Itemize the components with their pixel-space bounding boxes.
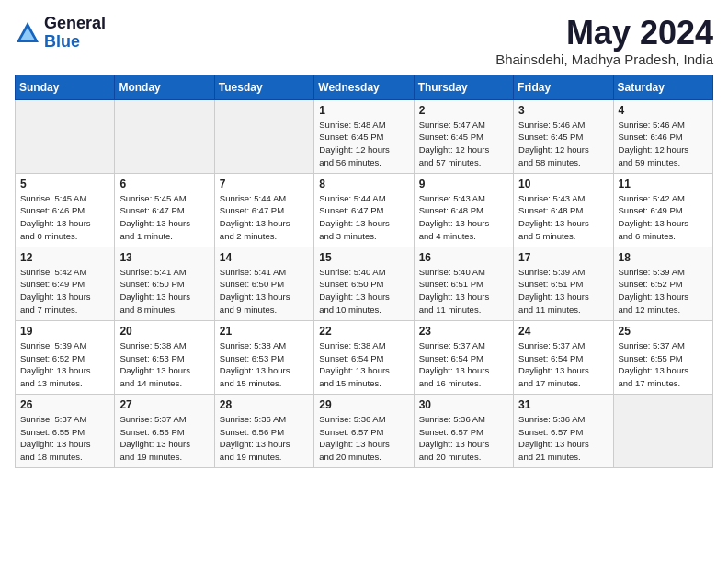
logo-icon <box>15 20 40 46</box>
calendar-cell: 6Sunrise: 5:45 AM Sunset: 6:47 PM Daylig… <box>115 173 214 247</box>
day-number: 18 <box>619 251 708 264</box>
cell-info: Sunrise: 5:36 AM Sunset: 6:56 PM Dayligh… <box>220 413 309 464</box>
cell-info: Sunrise: 5:48 AM Sunset: 6:45 PM Dayligh… <box>319 119 408 169</box>
calendar-cell: 20Sunrise: 5:38 AM Sunset: 6:53 PM Dayli… <box>115 320 214 394</box>
day-number: 16 <box>419 251 508 264</box>
cell-info: Sunrise: 5:46 AM Sunset: 6:46 PM Dayligh… <box>619 119 708 169</box>
calendar-cell: 25Sunrise: 5:37 AM Sunset: 6:55 PM Dayli… <box>613 320 712 394</box>
day-number: 19 <box>20 325 109 338</box>
calendar-cell: 31Sunrise: 5:36 AM Sunset: 6:57 PM Dayli… <box>514 394 613 467</box>
day-number: 14 <box>220 251 309 264</box>
logo-blue-text: Blue <box>44 33 106 52</box>
calendar-cell: 27Sunrise: 5:37 AM Sunset: 6:56 PM Dayli… <box>115 394 214 467</box>
day-number: 25 <box>619 325 708 338</box>
cell-info: Sunrise: 5:44 AM Sunset: 6:47 PM Dayligh… <box>220 192 309 243</box>
calendar-week-row: 5Sunrise: 5:45 AM Sunset: 6:46 PM Daylig… <box>16 173 713 247</box>
cell-info: Sunrise: 5:47 AM Sunset: 6:45 PM Dayligh… <box>419 119 508 169</box>
day-number: 6 <box>119 178 209 190</box>
day-number: 28 <box>220 398 309 411</box>
cell-info: Sunrise: 5:45 AM Sunset: 6:46 PM Dayligh… <box>20 192 109 243</box>
cell-info: Sunrise: 5:46 AM Sunset: 6:45 PM Dayligh… <box>518 119 608 169</box>
day-number: 3 <box>518 104 608 117</box>
cell-info: Sunrise: 5:42 AM Sunset: 6:49 PM Dayligh… <box>20 266 109 316</box>
calendar-cell: 28Sunrise: 5:36 AM Sunset: 6:56 PM Dayli… <box>214 394 313 467</box>
cell-info: Sunrise: 5:44 AM Sunset: 6:47 PM Dayligh… <box>319 192 408 243</box>
calendar-cell <box>16 99 115 173</box>
day-number: 10 <box>518 178 608 190</box>
day-number: 23 <box>419 325 508 338</box>
day-number: 1 <box>319 104 408 117</box>
cell-info: Sunrise: 5:39 AM Sunset: 6:51 PM Dayligh… <box>518 266 608 316</box>
cell-info: Sunrise: 5:36 AM Sunset: 6:57 PM Dayligh… <box>518 413 608 464</box>
calendar-cell: 14Sunrise: 5:41 AM Sunset: 6:50 PM Dayli… <box>214 247 313 320</box>
day-number: 24 <box>518 325 608 338</box>
cell-info: Sunrise: 5:37 AM Sunset: 6:55 PM Dayligh… <box>20 413 109 464</box>
weekday-header-saturday: Saturday <box>613 75 712 99</box>
calendar-cell <box>214 99 313 173</box>
cell-info: Sunrise: 5:42 AM Sunset: 6:49 PM Dayligh… <box>619 192 708 243</box>
calendar-cell: 23Sunrise: 5:37 AM Sunset: 6:54 PM Dayli… <box>414 320 513 394</box>
cell-info: Sunrise: 5:45 AM Sunset: 6:47 PM Dayligh… <box>119 192 209 243</box>
calendar-cell: 2Sunrise: 5:47 AM Sunset: 6:45 PM Daylig… <box>414 99 513 173</box>
day-number: 31 <box>518 398 608 411</box>
day-number: 21 <box>220 325 309 338</box>
weekday-header-monday: Monday <box>115 75 214 99</box>
cell-info: Sunrise: 5:43 AM Sunset: 6:48 PM Dayligh… <box>419 192 508 243</box>
cell-info: Sunrise: 5:36 AM Sunset: 6:57 PM Dayligh… <box>419 413 508 464</box>
cell-info: Sunrise: 5:36 AM Sunset: 6:57 PM Dayligh… <box>319 413 408 464</box>
calendar-cell: 19Sunrise: 5:39 AM Sunset: 6:52 PM Dayli… <box>16 320 115 394</box>
cell-info: Sunrise: 5:38 AM Sunset: 6:53 PM Dayligh… <box>220 339 309 390</box>
calendar-week-row: 12Sunrise: 5:42 AM Sunset: 6:49 PM Dayli… <box>16 247 713 320</box>
weekday-header-sunday: Sunday <box>16 75 115 99</box>
day-number: 8 <box>319 178 408 190</box>
weekday-header-wednesday: Wednesday <box>314 75 414 99</box>
calendar-header: SundayMondayTuesdayWednesdayThursdayFrid… <box>16 75 713 99</box>
calendar-cell: 24Sunrise: 5:37 AM Sunset: 6:54 PM Dayli… <box>514 320 613 394</box>
weekday-header-row: SundayMondayTuesdayWednesdayThursdayFrid… <box>16 75 713 99</box>
day-number: 5 <box>20 178 109 190</box>
day-number: 29 <box>319 398 408 411</box>
calendar-cell: 5Sunrise: 5:45 AM Sunset: 6:46 PM Daylig… <box>16 173 115 247</box>
day-number: 20 <box>119 325 209 338</box>
calendar-cell: 10Sunrise: 5:43 AM Sunset: 6:48 PM Dayli… <box>514 173 613 247</box>
cell-info: Sunrise: 5:39 AM Sunset: 6:52 PM Dayligh… <box>619 266 708 316</box>
page-header: General Blue May 2024 Bhainsdehi, Madhya… <box>15 15 713 67</box>
calendar-cell: 11Sunrise: 5:42 AM Sunset: 6:49 PM Dayli… <box>613 173 712 247</box>
day-number: 22 <box>319 325 408 338</box>
calendar-cell: 12Sunrise: 5:42 AM Sunset: 6:49 PM Dayli… <box>16 247 115 320</box>
weekday-header-friday: Friday <box>514 75 613 99</box>
calendar-cell: 16Sunrise: 5:40 AM Sunset: 6:51 PM Dayli… <box>414 247 513 320</box>
cell-info: Sunrise: 5:37 AM Sunset: 6:55 PM Dayligh… <box>619 339 708 390</box>
day-number: 15 <box>319 251 408 264</box>
calendar-week-row: 26Sunrise: 5:37 AM Sunset: 6:55 PM Dayli… <box>16 394 713 467</box>
weekday-header-tuesday: Tuesday <box>214 75 313 99</box>
calendar-cell: 4Sunrise: 5:46 AM Sunset: 6:46 PM Daylig… <box>613 99 712 173</box>
calendar-week-row: 1Sunrise: 5:48 AM Sunset: 6:45 PM Daylig… <box>16 99 713 173</box>
cell-info: Sunrise: 5:40 AM Sunset: 6:51 PM Dayligh… <box>419 266 508 316</box>
calendar-cell <box>115 99 214 173</box>
calendar-cell: 22Sunrise: 5:38 AM Sunset: 6:54 PM Dayli… <box>314 320 414 394</box>
logo: General Blue <box>15 15 106 52</box>
cell-info: Sunrise: 5:37 AM Sunset: 6:54 PM Dayligh… <box>518 339 608 390</box>
cell-info: Sunrise: 5:43 AM Sunset: 6:48 PM Dayligh… <box>518 192 608 243</box>
cell-info: Sunrise: 5:38 AM Sunset: 6:54 PM Dayligh… <box>319 339 408 390</box>
title-block: May 2024 Bhainsdehi, Madhya Pradesh, Ind… <box>495 15 713 67</box>
cell-info: Sunrise: 5:40 AM Sunset: 6:50 PM Dayligh… <box>319 266 408 316</box>
day-number: 9 <box>419 178 508 190</box>
calendar-cell: 1Sunrise: 5:48 AM Sunset: 6:45 PM Daylig… <box>314 99 414 173</box>
day-number: 4 <box>619 104 708 117</box>
location-text: Bhainsdehi, Madhya Pradesh, India <box>495 52 713 67</box>
day-number: 11 <box>619 178 708 190</box>
calendar-body: 1Sunrise: 5:48 AM Sunset: 6:45 PM Daylig… <box>16 99 713 467</box>
calendar-cell: 18Sunrise: 5:39 AM Sunset: 6:52 PM Dayli… <box>613 247 712 320</box>
day-number: 7 <box>220 178 309 190</box>
calendar-week-row: 19Sunrise: 5:39 AM Sunset: 6:52 PM Dayli… <box>16 320 713 394</box>
calendar-cell: 7Sunrise: 5:44 AM Sunset: 6:47 PM Daylig… <box>214 173 313 247</box>
calendar-cell: 29Sunrise: 5:36 AM Sunset: 6:57 PM Dayli… <box>314 394 414 467</box>
calendar-cell: 26Sunrise: 5:37 AM Sunset: 6:55 PM Dayli… <box>16 394 115 467</box>
calendar-cell: 9Sunrise: 5:43 AM Sunset: 6:48 PM Daylig… <box>414 173 513 247</box>
day-number: 13 <box>119 251 209 264</box>
cell-info: Sunrise: 5:41 AM Sunset: 6:50 PM Dayligh… <box>220 266 309 316</box>
calendar-cell: 30Sunrise: 5:36 AM Sunset: 6:57 PM Dayli… <box>414 394 513 467</box>
logo-general-text: General <box>44 15 106 33</box>
